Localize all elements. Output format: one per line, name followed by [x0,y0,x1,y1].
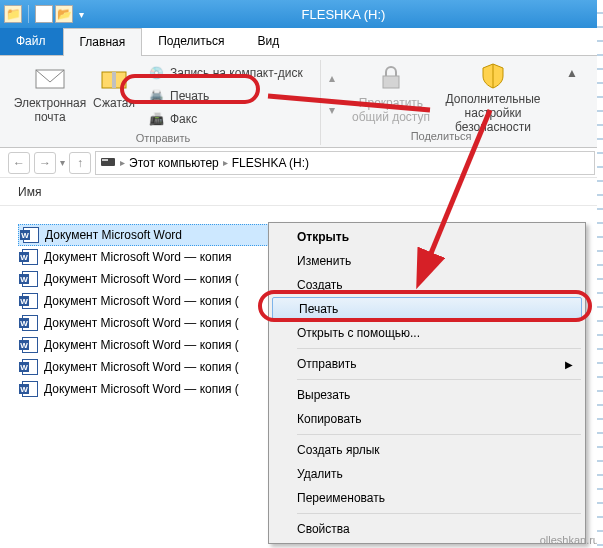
collapse-ribbon-icon[interactable]: ▲ [565,60,579,145]
column-header-row: Имя [0,178,603,206]
menu-separator [297,513,581,514]
window-title: FLESHKA (H:) [88,7,599,22]
email-button[interactable]: Электронная почта [14,60,86,128]
svg-rect-0 [36,70,64,88]
zip-button[interactable]: Сжатая [86,60,142,128]
breadcrumb[interactable]: ▸ Этот компьютер ▸ FLESHKA (H:) [95,151,595,175]
security-label: Дополнительные настройки безопасности [433,92,553,134]
scroll-up-icon[interactable]: ▴ [329,71,349,85]
menu-properties[interactable]: Свойства [271,517,583,541]
chevron-right-icon[interactable]: ▸ [120,157,125,168]
menu-open[interactable]: Открыть [271,225,583,249]
stop-sharing-button: Прекратить общий доступ [349,60,433,128]
menu-delete[interactable]: Удалить [271,462,583,486]
svg-rect-2 [112,72,116,88]
burn-disc-button[interactable]: 💿 Запись на компакт-диск [142,62,312,84]
address-bar: ← → ▾ ↑ ▸ Этот компьютер ▸ FLESHKA (H:) [0,148,603,178]
watermark: olleshkan.ru [540,534,599,546]
menu-shortcut[interactable]: Создать ярлык [271,438,583,462]
word-doc-icon [22,293,38,309]
file-name: Документ Microsoft Word [45,228,182,242]
column-name[interactable]: Имя [18,185,41,199]
word-doc-icon [22,271,38,287]
context-menu: Открыть Изменить Создать Печать Открыть … [268,222,586,544]
qat-dropdown-icon[interactable]: ▾ [75,9,88,20]
menu-separator [297,379,581,380]
file-name: Документ Microsoft Word — копия [44,250,231,264]
folder-qat-icon[interactable]: 📂 [55,5,73,23]
file-name: Документ Microsoft Word — копия ( [44,382,239,396]
properties-qat-icon[interactable]: ▦ [35,5,53,23]
word-doc-icon [22,359,38,375]
tab-file[interactable]: Файл [0,28,63,55]
menu-send-to[interactable]: Отправить▶ [271,352,583,376]
menu-edit[interactable]: Изменить [271,249,583,273]
lock-icon [375,62,407,94]
burn-label: Запись на компакт-диск [170,66,303,80]
envelope-icon [34,62,66,94]
tab-share[interactable]: Поделиться [142,28,241,55]
svg-rect-5 [102,159,108,161]
breadcrumb-drive[interactable]: FLESHKA (H:) [232,156,309,170]
svg-rect-3 [383,76,399,88]
file-name: Документ Microsoft Word — копия ( [44,294,239,308]
menu-print[interactable]: Печать [272,297,582,321]
word-doc-icon [22,315,38,331]
fax-label: Факс [170,112,197,126]
ribbon-body: Электронная почта Сжатая 💿 Запись на ком… [0,56,603,148]
advanced-security-button[interactable]: Дополнительные настройки безопасности [433,60,553,128]
shield-icon [477,62,509,90]
scroll-down-icon[interactable]: ▾ [329,103,349,117]
group-send-label: Отправить [136,132,191,144]
file-name: Документ Microsoft Word — копия ( [44,338,239,352]
menu-cut[interactable]: Вырезать [271,383,583,407]
ribbon-group-send: Электронная почта Сжатая 💿 Запись на ком… [6,60,321,145]
chevron-right-icon[interactable]: ▸ [223,157,228,168]
printer-icon: 🖨️ [148,88,164,104]
ribbon-group-sharewith: ▴ ▾ Прекратить общий доступ Дополнительн… [321,60,561,145]
menu-create[interactable]: Создать [271,273,583,297]
menu-separator [297,434,581,435]
tab-view[interactable]: Вид [241,28,296,55]
fax-icon: 📠 [148,111,164,127]
history-dropdown-icon[interactable]: ▾ [60,157,65,168]
menu-separator [297,348,581,349]
word-doc-icon [23,227,39,243]
print-label: Печать [170,89,209,103]
breadcrumb-pc[interactable]: Этот компьютер [129,156,219,170]
word-doc-icon [22,249,38,265]
word-doc-icon [22,337,38,353]
forward-button[interactable]: → [34,152,56,174]
group-share-label: Поделиться [411,130,472,142]
zip-label: Сжатая [93,96,135,110]
zip-folder-icon [98,62,130,94]
word-doc-icon [22,381,38,397]
folder-icon[interactable]: 📁 [4,5,22,23]
file-name: Документ Microsoft Word — копия ( [44,360,239,374]
file-name: Документ Microsoft Word — копия ( [44,272,239,286]
menu-open-with[interactable]: Открыть с помощью... [271,321,583,345]
chevron-right-icon: ▶ [565,359,573,370]
quick-access-toolbar: 📁 ▦ 📂 ▾ [4,5,88,23]
fax-button[interactable]: 📠 Факс [142,108,312,130]
menu-copy[interactable]: Копировать [271,407,583,431]
disc-icon: 💿 [148,65,164,81]
tab-home[interactable]: Главная [63,28,143,56]
up-button[interactable]: ↑ [69,152,91,174]
title-bar: 📁 ▦ 📂 ▾ FLESHKA (H:) [0,0,603,28]
back-button[interactable]: ← [8,152,30,174]
drive-icon [100,153,116,172]
file-name: Документ Microsoft Word — копия ( [44,316,239,330]
stop-share-label: Прекратить общий доступ [349,96,433,124]
email-label: Электронная почта [14,96,87,124]
menu-rename[interactable]: Переименовать [271,486,583,510]
ribbon-tabs: Файл Главная Поделиться Вид [0,28,603,56]
print-button[interactable]: 🖨️ Печать [142,85,312,107]
